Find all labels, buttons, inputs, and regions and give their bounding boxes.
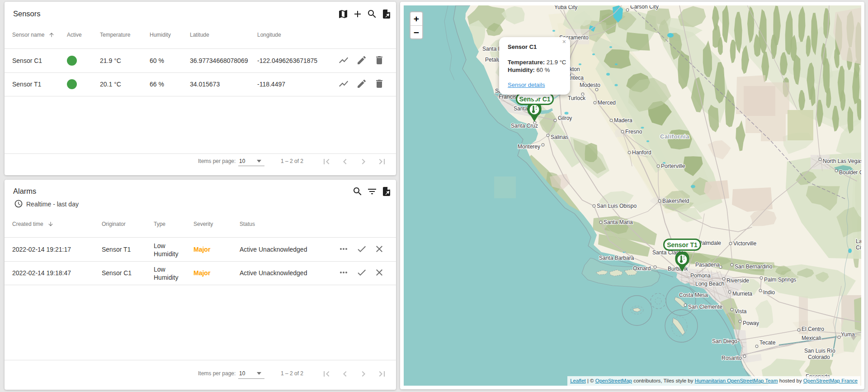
svg-text:Lak: Lak <box>856 238 861 244</box>
svg-text:Porterville: Porterville <box>661 163 685 169</box>
svg-text:Costa Mesa: Costa Mesa <box>679 292 708 298</box>
svg-text:California: California <box>660 133 689 140</box>
svg-text:Gilroy: Gilroy <box>558 115 572 121</box>
svg-text:Palmdale: Palmdale <box>698 240 721 246</box>
svg-text:Tecate: Tecate <box>760 339 776 346</box>
svg-text:San Diego: San Diego <box>712 338 737 344</box>
svg-text:Modesto: Modesto <box>580 82 600 88</box>
svg-text:Oxnard: Oxnard <box>633 265 651 272</box>
svg-text:Hanford: Hanford <box>632 149 651 156</box>
svg-text:Vista: Vista <box>735 308 747 315</box>
svg-text:Carson City: Carson City <box>630 5 659 10</box>
svg-text:Fresno: Fresno <box>625 129 642 135</box>
svg-text:Bakersfield: Bakersfield <box>662 198 689 204</box>
svg-text:San Luis Obispo: San Luis Obispo <box>597 203 637 209</box>
svg-text:Monterey: Monterey <box>518 143 540 150</box>
svg-text:Palm Springs: Palm Springs <box>764 277 796 283</box>
svg-text:North Las Vegas: North Las Vegas <box>823 158 861 164</box>
svg-text:San Bernardino: San Bernardino <box>735 263 773 270</box>
svg-text:Merced: Merced <box>598 100 616 106</box>
svg-text:Cit: Cit <box>856 244 861 251</box>
svg-text:Turlock: Turlock <box>568 95 586 101</box>
svg-text:El Centro: El Centro <box>802 326 824 332</box>
svg-text:Rosarito: Rosarito <box>722 355 742 361</box>
svg-text:Colorado: Colorado <box>808 354 830 360</box>
svg-text:Madera: Madera <box>614 117 632 124</box>
svg-text:Riverside: Riverside <box>726 277 749 284</box>
svg-text:Murrieta: Murrieta <box>732 291 752 297</box>
svg-text:Boulder City: Boulder City <box>839 169 861 176</box>
svg-text:Long Beach: Long Beach <box>695 281 724 287</box>
svg-text:Yuba City: Yuba City <box>554 5 577 10</box>
svg-text:Santa Barbara: Santa Barbara <box>599 255 634 261</box>
svg-text:Santa Maria: Santa Maria <box>604 219 633 225</box>
svg-text:Indio: Indio <box>763 289 775 296</box>
svg-text:Mexicali: Mexicali <box>802 335 821 341</box>
svg-text:Victorville: Victorville <box>733 240 756 247</box>
svg-text:San Luis Río: San Luis Río <box>804 348 835 354</box>
svg-text:Salinas: Salinas <box>551 134 568 140</box>
svg-text:San Clemente: San Clemente <box>688 304 722 310</box>
svg-text:Poway: Poway <box>743 320 759 326</box>
